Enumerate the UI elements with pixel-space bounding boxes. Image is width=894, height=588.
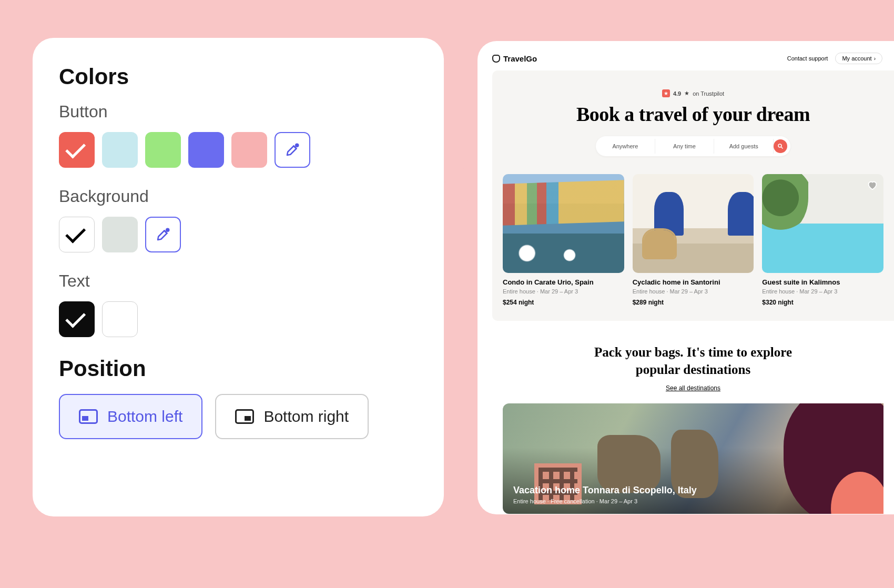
position-heading: Position	[59, 356, 418, 381]
listing-subtitle: Entire house · Mar 29 – Apr 3	[633, 288, 754, 295]
pack-title: Pack your bags. It's time to explore pop…	[503, 344, 883, 378]
svg-line-3	[781, 147, 783, 149]
text-swatch-row	[59, 301, 418, 337]
listing-card[interactable]: Guest suite in Kalimnos Entire house · M…	[762, 174, 883, 306]
listing-card[interactable]: Condo in Carate Urio, Spain Entire house…	[503, 174, 624, 306]
button-swatch-4[interactable]	[231, 132, 267, 168]
eyedropper-icon	[155, 227, 171, 242]
brand-logo[interactable]: TravelGo	[492, 54, 537, 63]
chevron-right-icon: ›	[874, 56, 876, 62]
rating-label: on Trustpilot	[693, 90, 724, 97]
text-swatch-0[interactable]	[59, 301, 95, 337]
listing-image	[503, 174, 624, 273]
button-swatch-3[interactable]	[188, 132, 224, 168]
search-bar[interactable]: Anywhere Any time Add guests	[596, 136, 790, 156]
destination-subtitle: Entire house · Free cancellation · Mar 2…	[513, 498, 873, 504]
svg-point-2	[778, 144, 781, 147]
brand-name: TravelGo	[503, 54, 537, 63]
settings-card: Colors Button Background Text Position	[33, 38, 444, 516]
preview-topbar: TravelGo Contact support My account ›	[492, 53, 894, 70]
contact-support-link[interactable]: Contact support	[787, 55, 828, 62]
search-icon	[777, 143, 784, 149]
hero-section: ★ 4.9 ★ on Trustpilot Book a travel of y…	[492, 70, 894, 321]
colors-heading: Colors	[59, 64, 418, 89]
button-swatch-0[interactable]	[59, 132, 95, 168]
destination-title: Vacation home Tonnara di Scopello, Italy	[513, 485, 873, 496]
listing-subtitle: Entire house · Mar 29 – Apr 3	[503, 288, 624, 295]
pack-section: Pack your bags. It's time to explore pop…	[492, 321, 894, 514]
decorative-notch	[445, 49, 479, 83]
text-swatch-1[interactable]	[102, 301, 138, 337]
listing-image	[762, 174, 883, 273]
listing-title: Guest suite in Kalimnos	[762, 278, 883, 286]
listing-price: $289 night	[633, 299, 754, 306]
listing-row: Condo in Carate Urio, Spain Entire house…	[503, 174, 883, 306]
background-color-picker[interactable]	[145, 217, 181, 252]
search-who[interactable]: Add guests	[714, 139, 774, 154]
background-swatch-1[interactable]	[102, 217, 138, 252]
listing-price: $254 night	[503, 299, 624, 306]
rating-score: 4.9	[673, 90, 681, 97]
svg-point-1	[166, 229, 169, 231]
text-color-label: Text	[59, 271, 418, 291]
search-button[interactable]	[774, 139, 787, 153]
listing-subtitle: Entire house · Mar 29 – Apr 3	[762, 288, 883, 295]
background-color-label: Background	[59, 187, 418, 206]
favorite-icon[interactable]	[867, 179, 878, 191]
preview-frame: TravelGo Contact support My account › ★ …	[478, 41, 894, 514]
my-account-label: My account	[842, 55, 871, 62]
search-where[interactable]: Anywhere	[596, 139, 655, 154]
listing-title: Condo in Carate Urio, Spain	[503, 278, 624, 286]
listing-image	[633, 174, 754, 273]
button-swatch-row	[59, 132, 418, 168]
position-bottom-right-label: Bottom right	[263, 408, 349, 425]
decorative-notch	[445, 168, 479, 202]
eyedropper-icon	[285, 142, 300, 158]
listing-price: $320 night	[762, 299, 883, 306]
destination-hero[interactable]: Vacation home Tonnara di Scopello, Italy…	[503, 403, 883, 514]
button-color-label: Button	[59, 102, 418, 121]
button-swatch-1[interactable]	[102, 132, 138, 168]
position-bottom-left-button[interactable]: Bottom left	[59, 394, 202, 439]
button-swatch-2[interactable]	[145, 132, 181, 168]
svg-point-0	[296, 144, 298, 147]
see-all-destinations-link[interactable]: See all destinations	[503, 384, 883, 392]
position-bottom-right-icon	[235, 409, 254, 424]
brand-logo-icon	[492, 55, 500, 63]
listing-title: Cycladic home in Santorini	[633, 278, 754, 286]
star-icon: ★	[684, 90, 689, 97]
listing-card[interactable]: Cycladic home in Santorini Entire house …	[633, 174, 754, 306]
trustpilot-badge-icon: ★	[662, 89, 670, 97]
position-row: Bottom left Bottom right	[59, 394, 418, 439]
position-bottom-left-label: Bottom left	[107, 408, 182, 425]
search-when[interactable]: Any time	[655, 139, 715, 154]
decorative-rock	[597, 435, 661, 493]
hero-title: Book a travel of your dream	[503, 103, 883, 126]
background-swatch-0[interactable]	[59, 217, 95, 252]
position-bottom-right-button[interactable]: Bottom right	[215, 394, 369, 439]
rating-row: ★ 4.9 ★ on Trustpilot	[503, 89, 883, 97]
position-bottom-left-icon	[79, 409, 98, 424]
background-swatch-row	[59, 217, 418, 252]
my-account-button[interactable]: My account ›	[835, 53, 882, 64]
button-color-picker[interactable]	[275, 132, 310, 168]
